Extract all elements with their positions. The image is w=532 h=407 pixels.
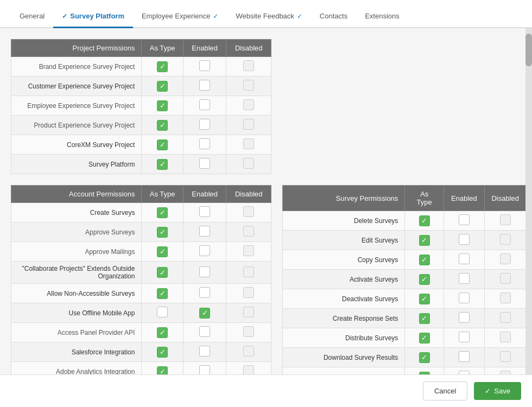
row-astype[interactable]: ✓ — [405, 367, 444, 375]
row-enabled[interactable] — [444, 270, 484, 289]
checkbox-empty[interactable] — [199, 119, 210, 130]
row-enabled[interactable] — [183, 135, 226, 155]
checkbox-empty[interactable] — [459, 312, 470, 323]
row-astype[interactable]: ✓ — [405, 231, 444, 250]
row-astype[interactable]: ✓ — [142, 116, 183, 135]
row-enabled[interactable] — [183, 77, 226, 96]
checkbox-green[interactable]: ✓ — [157, 120, 168, 131]
checkbox-empty[interactable] — [199, 245, 210, 256]
tab-website-feedback[interactable]: Website Feedback ✓ — [227, 4, 311, 28]
tab-general[interactable]: General — [11, 4, 53, 28]
cancel-button[interactable]: Cancel — [423, 381, 467, 400]
scrollbar-track[interactable] — [525, 28, 532, 374]
tab-contacts[interactable]: Contacts — [311, 4, 356, 28]
row-disabled[interactable] — [484, 231, 526, 250]
checkbox-green[interactable]: ✓ — [157, 100, 168, 111]
row-disabled[interactable] — [226, 262, 271, 284]
checkbox-empty[interactable] — [459, 234, 470, 245]
checkbox-green[interactable]: ✓ — [157, 327, 168, 338]
row-astype[interactable]: ✓ — [142, 323, 183, 342]
checkbox-empty[interactable] — [459, 332, 470, 342]
row-astype[interactable]: ✓ — [142, 57, 183, 77]
row-astype[interactable]: ✓ — [142, 242, 183, 262]
row-enabled[interactable] — [444, 250, 484, 270]
row-astype[interactable]: ✓ — [142, 77, 183, 96]
row-disabled[interactable] — [226, 342, 271, 362]
checkbox-green[interactable]: ✓ — [157, 227, 168, 238]
row-enabled[interactable] — [444, 231, 484, 250]
row-astype[interactable]: ✓ — [142, 155, 183, 174]
row-enabled[interactable] — [183, 242, 226, 262]
checkbox-empty[interactable] — [199, 206, 210, 217]
row-disabled[interactable] — [484, 328, 526, 348]
tab-extensions[interactable]: Extensions — [356, 4, 408, 28]
row-enabled[interactable] — [183, 262, 226, 284]
row-disabled[interactable] — [226, 96, 271, 116]
row-disabled[interactable] — [226, 323, 271, 342]
row-disabled[interactable] — [226, 57, 271, 77]
row-disabled[interactable] — [226, 303, 271, 323]
row-astype[interactable]: ✓ — [405, 289, 444, 309]
checkbox-empty[interactable] — [459, 292, 470, 303]
checkbox-green[interactable]: ✓ — [419, 352, 430, 363]
row-enabled[interactable] — [444, 309, 484, 328]
row-disabled[interactable] — [226, 284, 271, 303]
row-disabled[interactable] — [226, 116, 271, 135]
row-astype[interactable]: ✓ — [405, 270, 444, 289]
row-astype[interactable]: ✓ — [405, 211, 444, 231]
row-astype[interactable]: ✓ — [142, 135, 183, 155]
checkbox-green[interactable]: ✓ — [157, 288, 168, 299]
row-disabled[interactable] — [484, 367, 526, 375]
checkbox-green[interactable]: ✓ — [419, 294, 430, 304]
row-disabled[interactable] — [484, 211, 526, 231]
row-disabled[interactable] — [226, 155, 271, 174]
row-astype[interactable]: ✓ — [142, 222, 183, 242]
row-enabled[interactable] — [183, 116, 226, 135]
checkbox-empty[interactable] — [459, 371, 470, 374]
row-disabled[interactable] — [226, 135, 271, 155]
row-enabled[interactable] — [183, 362, 226, 375]
checkbox-green[interactable]: ✓ — [419, 255, 430, 265]
row-astype[interactable]: ✓ — [405, 348, 444, 367]
row-disabled[interactable] — [226, 222, 271, 242]
checkbox-green[interactable]: ✓ — [157, 139, 168, 150]
row-enabled[interactable] — [183, 222, 226, 242]
checkbox-empty[interactable] — [199, 346, 210, 357]
row-disabled[interactable] — [226, 242, 271, 262]
save-button[interactable]: ✓ Save — [474, 382, 521, 400]
checkbox-empty[interactable] — [199, 287, 210, 298]
checkbox-empty[interactable] — [199, 326, 210, 337]
row-enabled[interactable] — [183, 96, 226, 116]
row-enabled[interactable] — [183, 155, 226, 174]
checkbox-empty[interactable] — [199, 80, 210, 91]
row-disabled[interactable] — [226, 203, 271, 222]
row-astype[interactable]: ✓ — [142, 96, 183, 116]
row-enabled[interactable] — [444, 348, 484, 367]
row-enabled[interactable] — [444, 289, 484, 309]
tab-survey-platform[interactable]: ✓ Survey Platform — [53, 4, 133, 28]
row-enabled[interactable] — [444, 367, 484, 375]
row-astype[interactable]: ✓ — [142, 284, 183, 303]
checkbox-green[interactable]: ✓ — [157, 81, 168, 92]
tab-employee-experience[interactable]: Employee Experience ✓ — [133, 4, 227, 28]
checkbox-green[interactable]: ✓ — [157, 61, 168, 72]
checkbox-green[interactable]: ✓ — [157, 246, 168, 257]
row-disabled[interactable] — [484, 348, 526, 367]
checkbox-empty[interactable] — [459, 273, 470, 284]
row-enabled[interactable] — [444, 328, 484, 348]
row-disabled[interactable] — [484, 309, 526, 328]
checkbox-green[interactable]: ✓ — [419, 274, 430, 285]
checkbox-empty[interactable] — [199, 138, 210, 149]
row-disabled[interactable] — [484, 289, 526, 309]
row-astype[interactable]: ✓ — [142, 262, 183, 284]
checkbox-green[interactable]: ✓ — [157, 267, 168, 278]
row-enabled[interactable] — [183, 284, 226, 303]
checkbox-empty[interactable] — [199, 365, 210, 374]
checkbox-empty[interactable] — [199, 158, 210, 169]
row-astype[interactable]: ✓ — [405, 328, 444, 348]
row-astype[interactable]: ✓ — [405, 250, 444, 270]
scrollbar-thumb[interactable] — [525, 34, 532, 66]
checkbox-green[interactable]: ✓ — [199, 308, 210, 319]
checkbox-empty[interactable] — [459, 214, 470, 225]
row-astype[interactable]: ✓ — [405, 309, 444, 328]
